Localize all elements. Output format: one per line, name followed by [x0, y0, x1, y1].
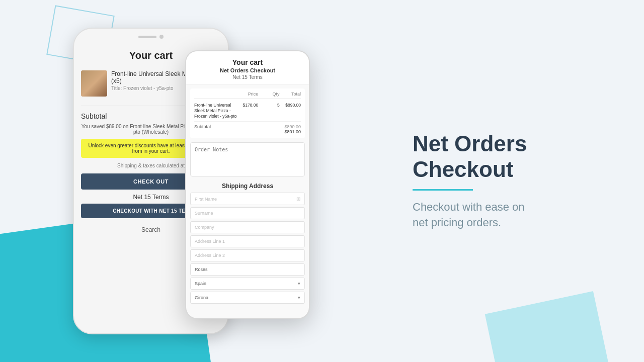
address-line1-field[interactable]: Address Line 1	[190, 235, 305, 247]
address-line2-field[interactable]: Address Line 2	[190, 249, 305, 261]
right-subtext: Checkout with ease onnet pricing orders.	[413, 200, 604, 231]
company-label: Company	[195, 225, 214, 230]
right-divider	[413, 189, 473, 191]
order-subtotal-values: $890.00 $801.00	[284, 124, 301, 134]
col-header-total: Total	[280, 92, 301, 97]
shipping-section: Shipping Address First Name ⊞ Surname Co…	[186, 183, 309, 310]
notch-circle	[159, 35, 164, 39]
address-line1-label: Address Line 1	[195, 239, 225, 244]
checkout-label: Net Orders Checkout	[192, 67, 303, 73]
city-field[interactable]: Roses	[190, 263, 305, 276]
order-subtotal-row: Subtotal $890.00 $801.00	[194, 122, 301, 135]
subtotal-discounted: $801.00	[284, 129, 301, 134]
item-name: Front-line Universal Sleek Metal Pizza -…	[194, 103, 237, 119]
surname-label: Surname	[195, 211, 213, 216]
col-header-item	[194, 92, 237, 97]
checkout-scroll-area[interactable]: Your cart Net Orders Checkout Net 15 Ter…	[186, 51, 309, 318]
first-name-field[interactable]: First Name ⊞	[190, 193, 305, 205]
phone-front: Your cart Net Orders Checkout Net 15 Ter…	[185, 50, 310, 319]
order-notes-input[interactable]	[190, 142, 305, 176]
order-subtotal-label: Subtotal	[194, 124, 211, 134]
item-total: $890.00	[280, 103, 301, 108]
city-value: Roses	[195, 267, 208, 272]
front-cart-title: Your cart	[192, 58, 303, 66]
notch-bar	[138, 36, 156, 38]
country-select[interactable]: Spain ▾	[190, 278, 305, 290]
province-value: Girona	[195, 295, 208, 300]
table-row: Front-line Universal Sleek Metal Pizza -…	[194, 101, 301, 122]
right-heading: Net Orders Checkout	[413, 131, 604, 182]
company-field[interactable]: Company	[190, 221, 305, 233]
subtotal-original-crossed: $890.00	[284, 124, 301, 129]
item-price: $178.00	[237, 103, 258, 108]
table-header-row: Price Qty Total	[194, 92, 301, 99]
calendar-icon: ⊞	[296, 196, 300, 202]
order-table: Price Qty Total Front-line Universal Sle…	[190, 88, 305, 138]
surname-field[interactable]: Surname	[190, 207, 305, 219]
col-header-qty: Qty	[258, 92, 279, 97]
checkout-terms: Net 15 Terms	[192, 74, 303, 80]
cart-item-image	[81, 70, 107, 97]
country-value: Spain	[195, 281, 206, 286]
subtotal-label: Subtotal	[81, 112, 107, 120]
right-content: Net Orders Checkout Checkout with ease o…	[413, 131, 604, 231]
province-select[interactable]: Girona ▾	[190, 292, 305, 304]
chevron-down-icon-2: ▾	[298, 295, 300, 300]
item-qty: 5	[258, 103, 279, 108]
first-name-label: First Name	[195, 197, 217, 202]
shipping-section-title: Shipping Address	[190, 183, 305, 190]
checkout-header: Your cart Net Orders Checkout Net 15 Ter…	[186, 51, 309, 84]
address-line2-label: Address Line 2	[195, 253, 225, 258]
bg-light-teal-shape	[485, 291, 612, 362]
col-header-price: Price	[237, 92, 258, 97]
chevron-down-icon: ▾	[298, 281, 300, 286]
